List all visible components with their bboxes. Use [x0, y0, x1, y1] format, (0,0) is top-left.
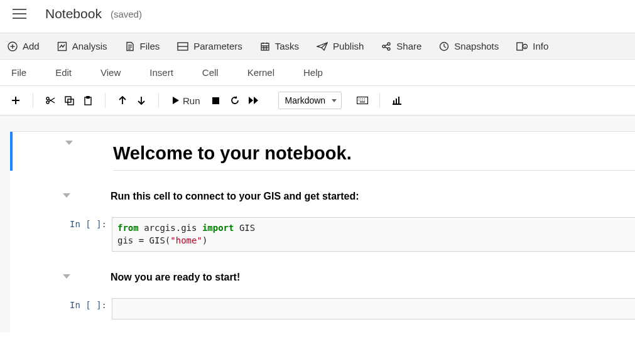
top-header: Notebook (saved)	[0, 0, 635, 33]
svg-rect-56	[393, 104, 401, 105]
add-label: Add	[23, 41, 40, 51]
action-bar: Add Analysis Files Parameters Tasks Publ…	[0, 33, 635, 60]
menu-kernel[interactable]: Kernel	[247, 67, 274, 78]
arrow-up-icon	[119, 96, 126, 105]
menu-help[interactable]: Help	[303, 67, 323, 78]
scissors-icon	[45, 96, 55, 105]
share-label: Share	[396, 41, 421, 51]
code-cell[interactable]: In [ ]: from arcgis.gis import GIS gis =…	[10, 217, 635, 252]
run-button[interactable]: Run	[166, 91, 207, 110]
svg-rect-43	[212, 97, 219, 104]
insert-cell-button[interactable]	[6, 91, 25, 110]
publish-label: Publish	[333, 41, 364, 51]
move-up-button[interactable]	[113, 91, 132, 110]
info-icon	[516, 41, 528, 51]
menu-edit[interactable]: Edit	[55, 67, 72, 78]
keyboard-icon	[357, 97, 368, 104]
restart-icon	[231, 96, 239, 105]
svg-rect-57	[393, 100, 394, 104]
move-down-button[interactable]	[132, 91, 151, 110]
copy-button[interactable]	[60, 91, 79, 110]
toolbar: Run Markdown	[0, 86, 635, 115]
code-cell[interactable]: In [ ]:	[10, 298, 635, 319]
analysis-label: Analysis	[72, 41, 107, 51]
share-icon	[381, 41, 391, 51]
cell-heading: Now you are ready to start!	[111, 268, 635, 287]
markdown-cell[interactable]: Welcome to your notebook.	[10, 132, 635, 171]
analysis-icon	[57, 41, 67, 51]
notebook-inner: Welcome to your notebook. Run this cell …	[10, 131, 635, 332]
svg-rect-26	[517, 43, 523, 50]
run-label: Run	[183, 95, 200, 106]
menu-cell[interactable]: Cell	[202, 67, 219, 78]
stop-icon	[212, 97, 219, 104]
svg-line-25	[444, 46, 446, 48]
svg-marker-42	[173, 97, 179, 104]
svg-marker-44	[249, 97, 253, 104]
saved-status: (saved)	[111, 9, 142, 19]
arrow-down-icon	[138, 96, 145, 105]
chart-button[interactable]	[388, 91, 406, 110]
cell-heading: Run this cell to connect to your GIS and…	[111, 187, 635, 206]
svg-line-21	[385, 45, 388, 46]
menu-file[interactable]: File	[11, 67, 26, 78]
files-button[interactable]: Files	[125, 41, 160, 51]
code-input[interactable]: from arcgis.gis import GIS gis = GIS("ho…	[112, 217, 635, 252]
markdown-cell[interactable]: Now you are ready to start!	[10, 268, 635, 287]
paste-icon	[84, 96, 92, 105]
paste-button[interactable]	[79, 91, 97, 110]
restart-button[interactable]	[225, 91, 244, 110]
svg-point-19	[388, 43, 390, 45]
files-label: Files	[140, 41, 160, 51]
menu-insert[interactable]: Insert	[149, 67, 173, 78]
svg-point-20	[388, 48, 390, 50]
info-label: Info	[533, 41, 548, 51]
notebook-title: Notebook	[45, 6, 102, 21]
menu-bar: File Edit View Insert Cell Kernel Help	[0, 60, 635, 86]
fast-forward-icon	[249, 97, 259, 104]
play-icon	[173, 97, 179, 104]
input-prompt: In [ ]:	[62, 298, 112, 310]
notebook-area: Welcome to your notebook. Run this cell …	[0, 115, 635, 332]
snapshots-label: Snapshots	[454, 41, 499, 51]
svg-rect-9	[261, 43, 269, 50]
copy-icon	[65, 96, 74, 105]
code-input[interactable]	[112, 298, 635, 319]
info-button[interactable]: Info	[516, 41, 548, 51]
svg-line-22	[385, 47, 388, 48]
cell-heading: Welcome to your notebook.	[113, 132, 635, 171]
tasks-label: Tasks	[275, 41, 299, 51]
share-button[interactable]: Share	[381, 41, 421, 51]
input-prompt: In [ ]:	[62, 217, 112, 229]
publish-icon	[317, 42, 328, 51]
parameters-icon	[177, 42, 188, 51]
svg-point-18	[383, 45, 385, 48]
collapse-toggle-icon[interactable]	[63, 274, 70, 279]
stop-button[interactable]	[207, 91, 225, 110]
files-icon	[125, 41, 135, 51]
parameters-label: Parameters	[193, 41, 242, 51]
collapse-toggle-icon[interactable]	[65, 141, 73, 145]
add-icon	[8, 41, 18, 51]
svg-rect-59	[398, 97, 399, 104]
svg-rect-58	[396, 99, 397, 104]
bar-chart-icon	[393, 97, 401, 105]
fast-forward-button[interactable]	[244, 91, 263, 110]
add-button[interactable]: Add	[8, 41, 40, 51]
menu-view[interactable]: View	[100, 67, 121, 78]
publish-button[interactable]: Publish	[317, 41, 364, 51]
tasks-button[interactable]: Tasks	[260, 41, 299, 51]
markdown-cell[interactable]: Run this cell to connect to your GIS and…	[10, 187, 635, 206]
tasks-icon	[260, 41, 270, 51]
collapse-toggle-icon[interactable]	[63, 193, 70, 198]
keyboard-button[interactable]	[353, 91, 372, 110]
svg-marker-45	[254, 97, 258, 104]
svg-rect-39	[87, 96, 89, 98]
plus-icon	[11, 96, 20, 105]
cut-button[interactable]	[41, 91, 60, 110]
cell-type-select[interactable]: Markdown	[278, 92, 342, 109]
parameters-button[interactable]: Parameters	[177, 41, 242, 51]
hamburger-menu-icon[interactable]	[13, 9, 26, 19]
snapshots-button[interactable]: Snapshots	[439, 41, 499, 51]
analysis-button[interactable]: Analysis	[57, 41, 107, 51]
